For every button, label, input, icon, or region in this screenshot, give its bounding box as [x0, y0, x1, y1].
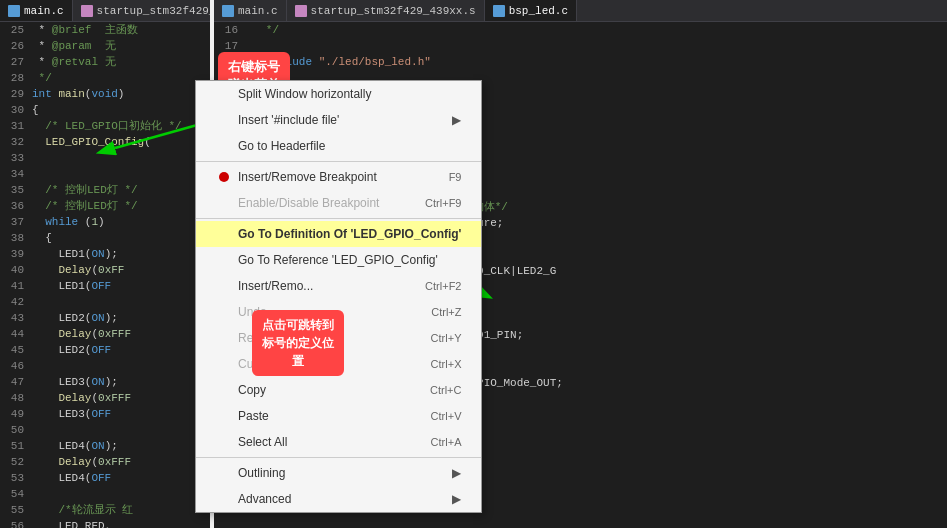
tab-startup-s-left-label: startup_stm32f429_439xx.s [97, 5, 210, 17]
table-row: 26 * @param 无 [0, 38, 210, 54]
menu-item-icon [216, 138, 232, 154]
line-content: Delay(0xFF [28, 262, 210, 278]
table-row: 49 LED3(OFF [0, 406, 210, 422]
menu-item-label: Split Window horizontally [238, 87, 461, 101]
menu-item-insert-remove[interactable]: Insert/Remo...Ctrl+F2 [196, 273, 481, 299]
line-number: 41 [0, 278, 28, 294]
context-menu: Split Window horizontallyInsert '#includ… [195, 80, 482, 513]
line-content: * @brief 主函数 [28, 22, 210, 38]
line-number: 40 [0, 262, 28, 278]
tab-main-c-right[interactable]: main.c [214, 0, 287, 21]
line-content: LED_RED, [28, 518, 210, 528]
menu-item-undo[interactable]: UndoCtrl+Z [196, 299, 481, 325]
menu-item-go-to-header[interactable]: Go to Headerfile [196, 133, 481, 159]
table-row: 45 LED2(OFF [0, 342, 210, 358]
table-row: 31 /* LED_GPIO口初始化 */ [0, 118, 210, 134]
menu-item-enable-breakpoint[interactable]: Enable/Disable BreakpointCtrl+F9 [196, 190, 481, 216]
menu-item-shortcut: Ctrl+C [430, 384, 461, 396]
line-content: LED2(ON); [28, 310, 210, 326]
table-row: 29int main(void) [0, 86, 210, 102]
line-content: /*轮流显示 红 [28, 502, 210, 518]
submenu-arrow-icon: ▶ [452, 466, 461, 480]
menu-item-label: Enable/Disable Breakpoint [238, 196, 395, 210]
line-number: 25 [0, 22, 28, 38]
table-row: 27 * @retval 无 [0, 54, 210, 70]
table-row: 52 Delay(0xFFF [0, 454, 210, 470]
line-content: Delay(0xFFF [28, 390, 210, 406]
menu-item-copy[interactable]: CopyCtrl+C [196, 377, 481, 403]
table-row: 32 LED_GPIO_Config( [0, 134, 210, 150]
line-number: 52 [0, 454, 28, 470]
menu-item-cut[interactable]: CutCtrl+X [196, 351, 481, 377]
table-row: 33 [0, 150, 210, 166]
menu-item-icon [216, 382, 232, 398]
table-row: 48 Delay(0xFFF [0, 390, 210, 406]
menu-item-label: Outlining [238, 466, 442, 480]
line-number: 53 [0, 470, 28, 486]
menu-item-label: Cut [238, 357, 401, 371]
line-content: int main(void) [28, 86, 210, 102]
line-content: /* 控制LED灯 */ [28, 182, 210, 198]
line-content: LED3(ON); [28, 374, 210, 390]
line-number: 38 [0, 230, 28, 246]
line-content: /* 控制LED灯 */ [28, 198, 210, 214]
menu-item-redo[interactable]: RedoCtrl+Y [196, 325, 481, 351]
line-number: 44 [0, 326, 28, 342]
menu-separator [196, 161, 481, 162]
left-code-lines: 25 * @brief 主函数26 * @param 无27 * @retval… [0, 22, 210, 528]
c-file-icon-right1 [222, 5, 234, 17]
table-row: 39 LED1(ON); [0, 246, 210, 262]
line-number: 31 [0, 118, 28, 134]
s-file-icon-right [295, 5, 307, 17]
tab-main-c-left[interactable]: main.c [0, 0, 73, 21]
line-number: 16 [214, 22, 242, 38]
line-number: 27 [0, 54, 28, 70]
line-content: */ [242, 22, 947, 38]
menu-item-outlining[interactable]: Outlining▶ [196, 460, 481, 486]
tab-bsp-led-c[interactable]: bsp_led.c [485, 0, 577, 21]
tab-startup-s-left[interactable]: startup_stm32f429_439xx.s [73, 0, 210, 21]
menu-item-label: Copy [238, 383, 400, 397]
s-file-icon-left [81, 5, 93, 17]
tab-startup-s-right[interactable]: startup_stm32f429_439xx.s [287, 0, 485, 21]
tab-startup-s-right-label: startup_stm32f429_439xx.s [311, 5, 476, 17]
line-content: LED4(ON); [28, 438, 210, 454]
menu-item-shortcut: Ctrl+A [431, 436, 462, 448]
menu-item-label: Go To Reference 'LED_GPIO_Config' [238, 253, 461, 267]
menu-item-shortcut: F9 [449, 171, 462, 183]
line-content: LED4(OFF [28, 470, 210, 486]
line-content: Delay(0xFFF [28, 326, 210, 342]
menu-item-icon [216, 226, 232, 242]
line-number: 56 [0, 518, 28, 528]
menu-item-go-to-def[interactable]: Go To Definition Of 'LED_GPIO_Config' [196, 221, 481, 247]
line-content: LED1(ON); [28, 246, 210, 262]
menu-item-paste[interactable]: PasteCtrl+V [196, 403, 481, 429]
menu-item-shortcut: Ctrl+F9 [425, 197, 461, 209]
menu-item-advanced[interactable]: Advanced▶ [196, 486, 481, 512]
submenu-arrow-icon: ▶ [452, 492, 461, 506]
line-number: 36 [0, 198, 28, 214]
menu-item-label: Advanced [238, 492, 442, 506]
table-row: 34 [0, 166, 210, 182]
table-row: 18 #include "./led/bsp_led.h" [214, 54, 947, 70]
line-content: * @retval 无 [28, 54, 210, 70]
menu-item-insert-include[interactable]: Insert '#include file'▶ [196, 107, 481, 133]
table-row: 40 Delay(0xFF [0, 262, 210, 278]
menu-item-label: Insert/Remo... [238, 279, 395, 293]
c-file-icon-right2 [493, 5, 505, 17]
menu-item-icon [216, 330, 232, 346]
menu-item-breakpoint[interactable]: Insert/Remove BreakpointF9 [196, 164, 481, 190]
table-row: 47 LED3(ON); [0, 374, 210, 390]
menu-item-split-window[interactable]: Split Window horizontally [196, 81, 481, 107]
breakpoint-icon [219, 172, 229, 182]
tab-main-c-right-label: main.c [238, 5, 278, 17]
menu-item-select-all[interactable]: Select AllCtrl+A [196, 429, 481, 455]
menu-item-label: Go To Definition Of 'LED_GPIO_Config' [238, 227, 461, 241]
menu-item-go-to-ref[interactable]: Go To Reference 'LED_GPIO_Config' [196, 247, 481, 273]
line-number: 35 [0, 182, 28, 198]
menu-item-icon [216, 408, 232, 424]
menu-item-icon [216, 356, 232, 372]
table-row: 43 LED2(ON); [0, 310, 210, 326]
menu-item-label: Insert/Remove Breakpoint [238, 170, 419, 184]
line-number: 48 [0, 390, 28, 406]
